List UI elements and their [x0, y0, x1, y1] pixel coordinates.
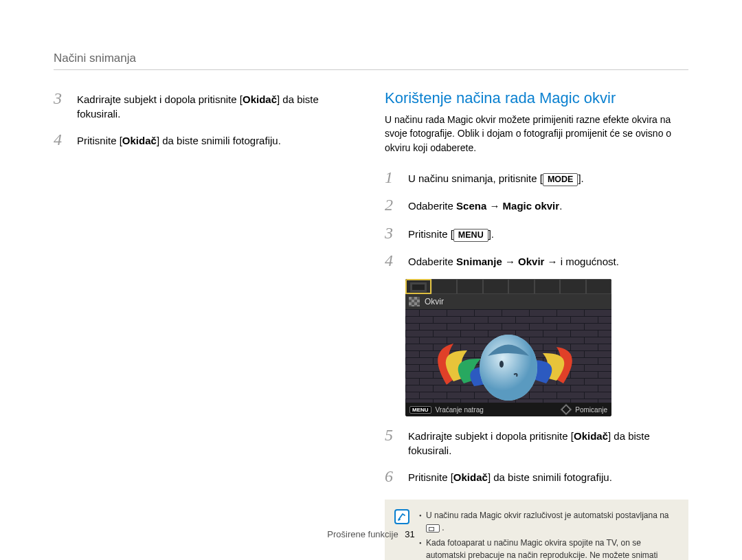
checker-icon — [408, 296, 420, 307]
frame-label: Okvir — [425, 297, 444, 306]
screenshot-footer: MENU Vraćanje natrag Pomicanje — [405, 403, 611, 416]
step-text: Kadrirajte subjekt i dopola pritisnite [… — [408, 426, 688, 458]
svg-rect-1 — [412, 284, 425, 290]
right-column: Korištenje načina rada Magic okvir U nač… — [385, 89, 688, 560]
step-number: 4 — [54, 131, 67, 148]
page: Načini snimanja 3Kadrirajte subjekt i do… — [0, 0, 742, 560]
step-text: Pritisnite [Okidač] da biste snimili fot… — [77, 131, 357, 148]
step: 3Pritisnite [MENU]. — [385, 224, 688, 242]
frame-preview — [405, 309, 611, 403]
frame-thumbnails — [405, 279, 611, 294]
step-number: 3 — [54, 89, 67, 121]
step: 4Odaberite Snimanje → Okvir → i mogućnos… — [385, 251, 688, 269]
camera-screenshot: Okvir — [405, 279, 611, 416]
nav-diamond-icon — [561, 405, 571, 414]
note-item: Kada fotoaparat u načinu Magic okvira sp… — [419, 537, 677, 560]
step: 5Kadrirajte subjekt i dopola pritisnite … — [385, 426, 688, 458]
svg-point-10 — [480, 335, 537, 401]
steps-right-5-6: 5Kadrirajte subjekt i dopola pritisnite … — [385, 426, 688, 485]
page-header: Načini snimanja — [54, 52, 688, 70]
step-number: 4 — [385, 251, 398, 269]
step-number: 5 — [385, 426, 398, 458]
step-number: 3 — [385, 224, 398, 242]
step: 4Pritisnite [Okidač] da biste snimili fo… — [54, 131, 357, 148]
step-text: Kadrirajte subjekt i dopola pritisnite [… — [77, 89, 357, 121]
frame-thumb-5[interactable] — [508, 279, 535, 294]
step-text: Odaberite Snimanje → Okvir → i mogućnost… — [408, 251, 688, 269]
step-text: Odaberite Scena → Magic okvir. — [408, 196, 688, 214]
step-text: Pritisnite [MENU]. — [408, 224, 688, 242]
frame-thumb-2[interactable] — [431, 279, 458, 294]
scroll-label: Pomicanje — [575, 406, 607, 414]
back-label: Vraćanje natrag — [436, 406, 484, 414]
step: 1U načinu snimanja, pritisnite [MODE]. — [385, 168, 688, 186]
frame-thumb-4[interactable] — [483, 279, 509, 294]
step-text: Pritisnite [Okidač] da biste snimili fot… — [408, 467, 688, 485]
note-icon — [394, 509, 409, 524]
step-number: 6 — [385, 467, 398, 485]
left-column: 3Kadrirajte subjekt i dopola pritisnite … — [54, 89, 357, 560]
page-footer: Proširene funkcije 31 — [0, 529, 742, 539]
footer-section: Proširene funkcije — [327, 529, 398, 539]
step: 2Odaberite Scena → Magic okvir. — [385, 196, 688, 214]
columns: 3Kadrirajte subjekt i dopola pritisnite … — [54, 89, 688, 560]
svg-point-11 — [499, 361, 504, 368]
frame-thumb-6[interactable] — [535, 279, 561, 294]
section-intro: U načinu rada Magic okvir možete primije… — [385, 113, 688, 155]
frame-thumb-3[interactable] — [457, 279, 483, 294]
steps-right-1-4: 1U načinu snimanja, pritisnite [MODE].2O… — [385, 168, 688, 270]
step-number: 1 — [385, 168, 398, 186]
steps-left: 3Kadrirajte subjekt i dopola pritisnite … — [54, 89, 357, 148]
frame-thumb-8[interactable] — [586, 279, 612, 294]
step-text: U načinu snimanja, pritisnite [MODE]. — [408, 168, 688, 186]
step: 3Kadrirajte subjekt i dopola pritisnite … — [54, 89, 357, 121]
frame-label-row: Okvir — [405, 294, 611, 309]
step-number: 2 — [385, 196, 398, 214]
step: 6Pritisnite [Okidač] da biste snimili fo… — [385, 467, 688, 485]
footer-page-number: 31 — [405, 529, 414, 539]
frame-thumb-1[interactable] — [405, 279, 431, 294]
frame-thumb-7[interactable] — [560, 279, 586, 294]
menu-keycap: MENU — [409, 406, 431, 414]
section-title: Korištenje načina rada Magic okvir — [385, 89, 688, 107]
